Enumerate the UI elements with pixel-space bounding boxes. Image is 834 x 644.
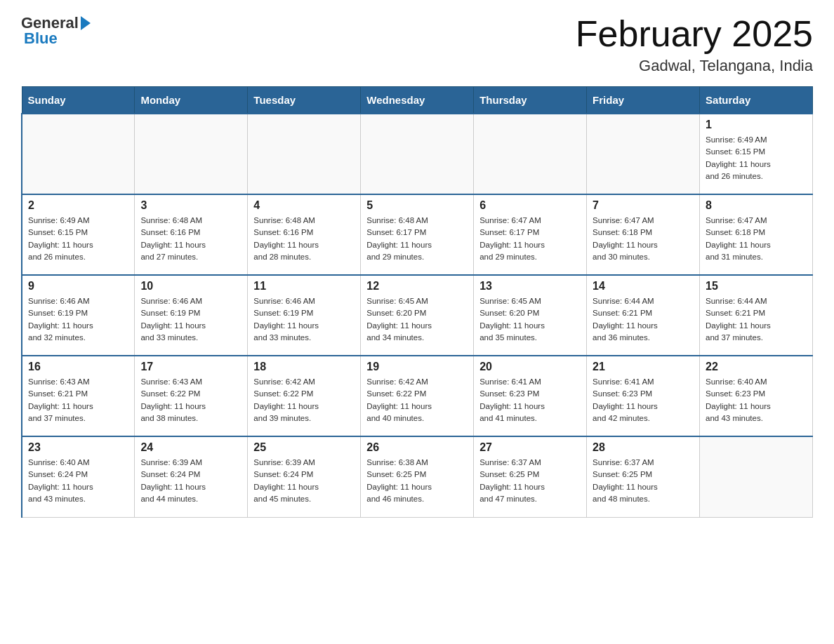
day-info: Sunrise: 6:40 AM Sunset: 6:24 PM Dayligh… [28,457,128,505]
day-info: Sunrise: 6:39 AM Sunset: 6:24 PM Dayligh… [253,457,355,505]
day-info: Sunrise: 6:47 AM Sunset: 6:17 PM Dayligh… [479,215,581,263]
calendar-cell [474,114,587,194]
day-info: Sunrise: 6:45 AM Sunset: 6:20 PM Dayligh… [366,295,468,344]
calendar-cell: 23Sunrise: 6:40 AM Sunset: 6:24 PM Dayli… [22,436,135,517]
calendar-cell: 13Sunrise: 6:45 AM Sunset: 6:20 PM Dayli… [474,275,587,356]
day-info: Sunrise: 6:46 AM Sunset: 6:19 PM Dayligh… [28,295,128,344]
day-number: 23 [28,441,128,454]
calendar-cell: 17Sunrise: 6:43 AM Sunset: 6:22 PM Dayli… [135,356,248,436]
day-info: Sunrise: 6:43 AM Sunset: 6:22 PM Dayligh… [140,376,241,424]
calendar-cell: 20Sunrise: 6:41 AM Sunset: 6:23 PM Dayli… [474,356,587,436]
weekday-header-monday: Monday [135,87,248,114]
day-info: Sunrise: 6:42 AM Sunset: 6:22 PM Dayligh… [366,376,468,424]
day-info: Sunrise: 6:41 AM Sunset: 6:23 PM Dayligh… [479,376,581,424]
logo-triangle-icon [81,16,91,30]
day-info: Sunrise: 6:38 AM Sunset: 6:25 PM Dayligh… [366,457,468,505]
calendar-cell: 10Sunrise: 6:46 AM Sunset: 6:19 PM Dayli… [135,275,248,356]
calendar-cell: 6Sunrise: 6:47 AM Sunset: 6:17 PM Daylig… [474,194,587,275]
day-number: 7 [593,199,694,212]
day-info: Sunrise: 6:47 AM Sunset: 6:18 PM Dayligh… [593,215,694,263]
calendar-cell: 16Sunrise: 6:43 AM Sunset: 6:21 PM Dayli… [22,356,135,436]
calendar-cell [700,436,813,517]
calendar-cell: 2Sunrise: 6:49 AM Sunset: 6:15 PM Daylig… [22,194,135,275]
day-number: 28 [593,441,694,454]
calendar-cell: 4Sunrise: 6:48 AM Sunset: 6:16 PM Daylig… [248,194,361,275]
day-info: Sunrise: 6:48 AM Sunset: 6:16 PM Dayligh… [253,215,355,263]
week-row-2: 2Sunrise: 6:49 AM Sunset: 6:15 PM Daylig… [22,194,813,275]
day-number: 8 [706,199,807,212]
logo-blue-text: Blue [21,29,58,48]
calendar-cell: 15Sunrise: 6:44 AM Sunset: 6:21 PM Dayli… [700,275,813,356]
day-number: 13 [479,280,581,293]
calendar-cell: 18Sunrise: 6:42 AM Sunset: 6:22 PM Dayli… [248,356,361,436]
calendar-cell: 14Sunrise: 6:44 AM Sunset: 6:21 PM Dayli… [587,275,700,356]
day-number: 19 [366,361,468,373]
calendar-cell: 21Sunrise: 6:41 AM Sunset: 6:23 PM Dayli… [587,356,700,436]
weekday-header-tuesday: Tuesday [248,87,361,114]
day-info: Sunrise: 6:40 AM Sunset: 6:23 PM Dayligh… [706,376,807,424]
calendar-cell: 3Sunrise: 6:48 AM Sunset: 6:16 PM Daylig… [135,194,248,275]
day-number: 18 [253,361,355,373]
calendar-cell [22,114,135,194]
day-info: Sunrise: 6:41 AM Sunset: 6:23 PM Dayligh… [593,376,694,424]
day-number: 20 [479,361,581,373]
day-info: Sunrise: 6:48 AM Sunset: 6:17 PM Dayligh… [366,215,468,263]
day-number: 15 [706,280,807,293]
calendar-cell: 19Sunrise: 6:42 AM Sunset: 6:22 PM Dayli… [361,356,474,436]
day-info: Sunrise: 6:43 AM Sunset: 6:21 PM Dayligh… [28,376,128,424]
day-number: 6 [479,199,581,212]
calendar-cell: 9Sunrise: 6:46 AM Sunset: 6:19 PM Daylig… [22,275,135,356]
calendar-cell: 24Sunrise: 6:39 AM Sunset: 6:24 PM Dayli… [135,436,248,517]
day-number: 12 [366,280,468,293]
calendar-cell: 1Sunrise: 6:49 AM Sunset: 6:15 PM Daylig… [700,114,813,194]
day-number: 9 [28,280,128,293]
week-row-3: 9Sunrise: 6:46 AM Sunset: 6:19 PM Daylig… [22,275,813,356]
logo: General Blue [21,14,91,48]
calendar-cell: 28Sunrise: 6:37 AM Sunset: 6:25 PM Dayli… [587,436,700,517]
day-number: 1 [706,119,807,131]
calendar-cell: 22Sunrise: 6:40 AM Sunset: 6:23 PM Dayli… [700,356,813,436]
day-info: Sunrise: 6:49 AM Sunset: 6:15 PM Dayligh… [28,215,128,263]
calendar-cell: 5Sunrise: 6:48 AM Sunset: 6:17 PM Daylig… [361,194,474,275]
day-info: Sunrise: 6:46 AM Sunset: 6:19 PM Dayligh… [253,295,355,344]
calendar-cell [135,114,248,194]
day-number: 17 [140,361,241,373]
calendar-cell [248,114,361,194]
day-info: Sunrise: 6:39 AM Sunset: 6:24 PM Dayligh… [140,457,241,505]
day-number: 26 [366,441,468,454]
day-info: Sunrise: 6:49 AM Sunset: 6:15 PM Dayligh… [706,134,807,182]
calendar-cell: 11Sunrise: 6:46 AM Sunset: 6:19 PM Dayli… [248,275,361,356]
day-number: 22 [706,361,807,373]
weekday-header-wednesday: Wednesday [361,87,474,114]
day-info: Sunrise: 6:46 AM Sunset: 6:19 PM Dayligh… [140,295,241,344]
day-info: Sunrise: 6:45 AM Sunset: 6:20 PM Dayligh… [479,295,581,344]
day-info: Sunrise: 6:44 AM Sunset: 6:21 PM Dayligh… [706,295,807,344]
day-number: 25 [253,441,355,454]
day-info: Sunrise: 6:37 AM Sunset: 6:25 PM Dayligh… [479,457,581,505]
weekday-header-thursday: Thursday [474,87,587,114]
weekday-header-row: SundayMondayTuesdayWednesdayThursdayFrid… [22,87,813,114]
week-row-1: 1Sunrise: 6:49 AM Sunset: 6:15 PM Daylig… [22,114,813,194]
calendar-cell: 12Sunrise: 6:45 AM Sunset: 6:20 PM Dayli… [361,275,474,356]
calendar-cell: 7Sunrise: 6:47 AM Sunset: 6:18 PM Daylig… [587,194,700,275]
day-number: 14 [593,280,694,293]
day-number: 27 [479,441,581,454]
day-info: Sunrise: 6:48 AM Sunset: 6:16 PM Dayligh… [140,215,241,263]
calendar-cell: 8Sunrise: 6:47 AM Sunset: 6:18 PM Daylig… [700,194,813,275]
calendar-table: SundayMondayTuesdayWednesdayThursdayFrid… [21,86,813,518]
title-block: February 2025 Gadwal, Telangana, India [576,14,813,75]
weekday-header-friday: Friday [587,87,700,114]
day-number: 5 [366,199,468,212]
calendar-cell [587,114,700,194]
day-info: Sunrise: 6:47 AM Sunset: 6:18 PM Dayligh… [706,215,807,263]
day-number: 24 [140,441,241,454]
day-number: 10 [140,280,241,293]
day-number: 3 [140,199,241,212]
calendar-cell: 25Sunrise: 6:39 AM Sunset: 6:24 PM Dayli… [248,436,361,517]
page-header: General Blue February 2025 Gadwal, Telan… [21,14,813,75]
day-info: Sunrise: 6:37 AM Sunset: 6:25 PM Dayligh… [593,457,694,505]
week-row-4: 16Sunrise: 6:43 AM Sunset: 6:21 PM Dayli… [22,356,813,436]
day-info: Sunrise: 6:44 AM Sunset: 6:21 PM Dayligh… [593,295,694,344]
calendar-cell [361,114,474,194]
weekday-header-saturday: Saturday [700,87,813,114]
